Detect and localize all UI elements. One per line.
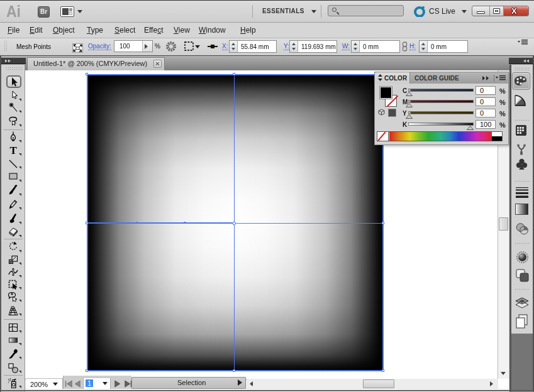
svg-text:T: T [10, 144, 18, 156]
